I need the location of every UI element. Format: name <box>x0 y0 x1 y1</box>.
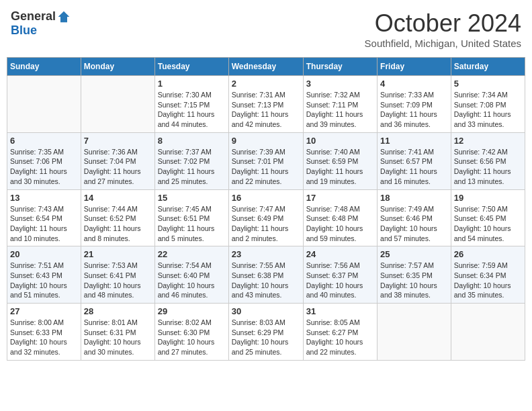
table-row: 1Sunrise: 7:30 AMSunset: 7:15 PMDaylight… <box>154 76 228 133</box>
day-number: 20 <box>10 249 78 259</box>
table-row <box>451 304 525 361</box>
day-number: 6 <box>10 136 78 146</box>
table-row: 9Sunrise: 7:39 AMSunset: 7:01 PMDaylight… <box>228 132 303 189</box>
day-number: 27 <box>10 306 78 316</box>
day-number: 2 <box>232 79 300 89</box>
day-number: 7 <box>84 136 152 146</box>
day-info: Sunrise: 7:30 AMSunset: 7:15 PMDaylight:… <box>158 90 226 130</box>
calendar-week-row: 20Sunrise: 7:51 AMSunset: 6:43 PMDayligh… <box>7 246 525 304</box>
header-wednesday: Wednesday <box>228 58 303 76</box>
header-monday: Monday <box>81 58 154 76</box>
table-row: 28Sunrise: 8:01 AMSunset: 6:31 PMDayligh… <box>81 304 154 361</box>
header-friday: Friday <box>378 58 451 76</box>
day-number: 11 <box>380 136 448 146</box>
title-section: October 2024 Southfield, Michigan, Unite… <box>365 9 521 49</box>
day-number: 25 <box>380 249 448 259</box>
table-row: 6Sunrise: 7:35 AMSunset: 7:06 PMDaylight… <box>7 132 81 189</box>
table-row: 23Sunrise: 7:55 AMSunset: 6:38 PMDayligh… <box>228 246 303 304</box>
table-row: 14Sunrise: 7:44 AMSunset: 6:52 PMDayligh… <box>81 189 154 246</box>
logo: General Blue <box>11 9 71 38</box>
calendar-table: Sunday Monday Tuesday Wednesday Thursday… <box>7 57 525 361</box>
day-info: Sunrise: 7:57 AMSunset: 6:35 PMDaylight:… <box>380 261 448 300</box>
location-subtitle: Southfield, Michigan, United States <box>365 38 521 49</box>
day-info: Sunrise: 8:01 AMSunset: 6:31 PMDaylight:… <box>84 318 152 357</box>
day-info: Sunrise: 7:56 AMSunset: 6:37 PMDaylight:… <box>306 261 374 300</box>
table-row: 7Sunrise: 7:36 AMSunset: 7:04 PMDaylight… <box>81 132 154 189</box>
table-row: 26Sunrise: 7:59 AMSunset: 6:34 PMDayligh… <box>451 246 525 304</box>
table-row: 4Sunrise: 7:33 AMSunset: 7:09 PMDaylight… <box>378 76 451 133</box>
day-info: Sunrise: 7:51 AMSunset: 6:43 PMDaylight:… <box>10 261 78 300</box>
day-info: Sunrise: 7:40 AMSunset: 6:59 PMDaylight:… <box>306 147 374 187</box>
table-row: 29Sunrise: 8:02 AMSunset: 6:30 PMDayligh… <box>154 304 228 361</box>
header-saturday: Saturday <box>451 58 525 76</box>
table-row: 25Sunrise: 7:57 AMSunset: 6:35 PMDayligh… <box>378 246 451 304</box>
day-info: Sunrise: 7:34 AMSunset: 7:08 PMDaylight:… <box>454 90 522 130</box>
day-number: 18 <box>380 193 448 203</box>
day-info: Sunrise: 7:47 AMSunset: 6:49 PMDaylight:… <box>232 204 300 244</box>
day-info: Sunrise: 7:54 AMSunset: 6:40 PMDaylight:… <box>158 261 226 300</box>
table-row <box>378 304 451 361</box>
table-row: 22Sunrise: 7:54 AMSunset: 6:40 PMDayligh… <box>154 246 228 304</box>
day-number: 14 <box>84 193 152 203</box>
day-info: Sunrise: 8:03 AMSunset: 6:29 PMDaylight:… <box>232 318 300 357</box>
table-row: 17Sunrise: 7:48 AMSunset: 6:48 PMDayligh… <box>303 189 377 246</box>
day-number: 13 <box>10 193 78 203</box>
calendar-week-row: 13Sunrise: 7:43 AMSunset: 6:54 PMDayligh… <box>7 189 525 246</box>
table-row: 8Sunrise: 7:37 AMSunset: 7:02 PMDaylight… <box>154 132 228 189</box>
month-title: October 2024 <box>365 9 521 38</box>
day-number: 21 <box>84 249 152 259</box>
day-number: 28 <box>84 306 152 316</box>
day-number: 12 <box>454 136 522 146</box>
day-info: Sunrise: 7:48 AMSunset: 6:48 PMDaylight:… <box>306 204 374 244</box>
day-info: Sunrise: 7:42 AMSunset: 6:56 PMDaylight:… <box>454 147 522 187</box>
table-row: 16Sunrise: 7:47 AMSunset: 6:49 PMDayligh… <box>228 189 303 246</box>
table-row: 10Sunrise: 7:40 AMSunset: 6:59 PMDayligh… <box>303 132 377 189</box>
logo-icon <box>57 10 71 24</box>
day-number: 24 <box>306 249 374 259</box>
day-number: 5 <box>454 79 522 89</box>
table-row <box>7 76 81 133</box>
day-number: 16 <box>232 193 300 203</box>
day-number: 17 <box>306 193 374 203</box>
day-number: 15 <box>158 193 226 203</box>
calendar-week-row: 1Sunrise: 7:30 AMSunset: 7:15 PMDaylight… <box>7 76 525 133</box>
logo-general-text: General <box>11 9 56 24</box>
day-number: 9 <box>232 136 300 146</box>
day-number: 22 <box>158 249 226 259</box>
calendar-week-row: 6Sunrise: 7:35 AMSunset: 7:06 PMDaylight… <box>7 132 525 189</box>
day-number: 29 <box>158 306 226 316</box>
day-info: Sunrise: 7:32 AMSunset: 7:11 PMDaylight:… <box>306 90 374 130</box>
day-info: Sunrise: 7:53 AMSunset: 6:41 PMDaylight:… <box>84 261 152 300</box>
day-number: 19 <box>454 193 522 203</box>
table-row: 2Sunrise: 7:31 AMSunset: 7:13 PMDaylight… <box>228 76 303 133</box>
day-info: Sunrise: 7:33 AMSunset: 7:09 PMDaylight:… <box>380 90 448 130</box>
table-row: 31Sunrise: 8:05 AMSunset: 6:27 PMDayligh… <box>303 304 377 361</box>
day-info: Sunrise: 7:43 AMSunset: 6:54 PMDaylight:… <box>10 204 78 244</box>
day-info: Sunrise: 7:39 AMSunset: 7:01 PMDaylight:… <box>232 147 300 187</box>
day-info: Sunrise: 7:31 AMSunset: 7:13 PMDaylight:… <box>232 90 300 130</box>
day-number: 4 <box>380 79 448 89</box>
day-info: Sunrise: 7:37 AMSunset: 7:02 PMDaylight:… <box>158 147 226 187</box>
calendar-header-row: Sunday Monday Tuesday Wednesday Thursday… <box>7 58 525 76</box>
header-tuesday: Tuesday <box>154 58 228 76</box>
day-number: 1 <box>158 79 226 89</box>
day-info: Sunrise: 7:36 AMSunset: 7:04 PMDaylight:… <box>84 147 152 187</box>
table-row <box>81 76 154 133</box>
day-info: Sunrise: 7:45 AMSunset: 6:51 PMDaylight:… <box>158 204 226 244</box>
table-row: 18Sunrise: 7:49 AMSunset: 6:46 PMDayligh… <box>378 189 451 246</box>
day-number: 3 <box>306 79 374 89</box>
table-row: 5Sunrise: 7:34 AMSunset: 7:08 PMDaylight… <box>451 76 525 133</box>
table-row: 20Sunrise: 7:51 AMSunset: 6:43 PMDayligh… <box>7 246 81 304</box>
day-info: Sunrise: 8:00 AMSunset: 6:33 PMDaylight:… <box>10 318 78 357</box>
header-thursday: Thursday <box>303 58 377 76</box>
day-number: 8 <box>158 136 226 146</box>
table-row: 24Sunrise: 7:56 AMSunset: 6:37 PMDayligh… <box>303 246 377 304</box>
day-number: 30 <box>232 306 300 316</box>
day-info: Sunrise: 7:59 AMSunset: 6:34 PMDaylight:… <box>454 261 522 300</box>
day-info: Sunrise: 7:55 AMSunset: 6:38 PMDaylight:… <box>232 261 300 300</box>
table-row: 13Sunrise: 7:43 AMSunset: 6:54 PMDayligh… <box>7 189 81 246</box>
table-row: 3Sunrise: 7:32 AMSunset: 7:11 PMDaylight… <box>303 76 377 133</box>
day-number: 23 <box>232 249 300 259</box>
day-info: Sunrise: 7:44 AMSunset: 6:52 PMDaylight:… <box>84 204 152 244</box>
logo-blue-text: Blue <box>11 24 37 38</box>
